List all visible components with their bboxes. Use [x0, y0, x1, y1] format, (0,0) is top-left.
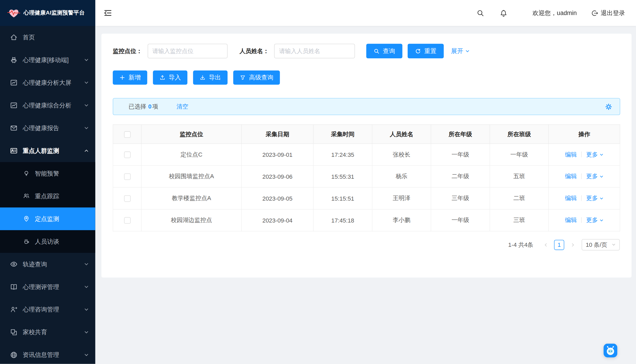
select-all-cell — [113, 125, 141, 144]
globe-icon — [10, 351, 18, 359]
toolbar: 新增 导入 导出 高级查询 — [113, 70, 620, 85]
sidebar-item-trajectory-query[interactable]: 轨迹查询 — [0, 253, 95, 276]
top-header: 欢迎您，uadmin 退出登录 — [95, 0, 636, 26]
row-checkbox[interactable] — [124, 195, 131, 202]
chatbot-button[interactable] — [603, 344, 617, 357]
edit-link[interactable]: 编辑 — [565, 173, 577, 179]
sidebar-item-label: 资讯信息管理 — [23, 351, 81, 359]
sidebar-item-label: 家校共育 — [23, 328, 81, 336]
sidebar-item-news-management[interactable]: 资讯信息管理 — [0, 344, 95, 364]
sidebar-item-counseling-management[interactable]: 心理咨询管理 — [0, 298, 95, 321]
edit-link[interactable]: 编辑 — [565, 217, 577, 223]
expand-link[interactable]: 展开 — [451, 47, 470, 55]
person-name-input[interactable] — [274, 44, 355, 58]
divider — [581, 173, 582, 179]
collect-date-cell: 2023-09-04 — [242, 209, 313, 231]
chevron-down-icon — [84, 262, 89, 267]
search-icon[interactable] — [476, 9, 484, 17]
monitor-point-label: 监控点位： — [113, 47, 142, 55]
page-size-select[interactable]: 10 条/页 — [582, 239, 620, 250]
sidebar-item-personnel-interview[interactable]: 人员访谈 — [0, 230, 95, 253]
home-icon — [10, 33, 18, 41]
chevron-down-icon — [84, 285, 89, 289]
refresh-icon — [415, 48, 421, 54]
monitor-point-input[interactable] — [147, 44, 227, 58]
gear-icon[interactable] — [605, 103, 612, 110]
chevron-down-icon — [84, 330, 89, 335]
person-name-cell: 李小鹏 — [372, 209, 431, 231]
clear-selection-link[interactable]: 清空 — [177, 103, 188, 110]
menu-fold-icon[interactable] — [103, 8, 112, 17]
logout-button[interactable]: 退出登录 — [591, 9, 625, 17]
sidebar-item-label: 轨迹查询 — [23, 260, 81, 268]
row-checkbox[interactable] — [124, 152, 131, 158]
table-row: 校园湖边监控点 2023-09-04 17:45:18 李小鹏 一年级 三班 编… — [113, 209, 620, 231]
chevron-down-icon — [600, 174, 603, 178]
page-number-button[interactable]: 1 — [554, 240, 564, 250]
column-header: 人员姓名 — [372, 125, 431, 144]
column-header: 所在班级 — [490, 125, 549, 144]
divider — [581, 217, 582, 223]
sidebar-item-home-school[interactable]: 家校共育 — [0, 321, 95, 344]
selected-count: 0 — [148, 103, 151, 110]
header-actions: 欢迎您，uadmin 退出登录 — [476, 9, 625, 17]
more-link[interactable]: 更多 — [586, 195, 603, 202]
export-button[interactable]: 导出 — [193, 70, 228, 85]
search-button[interactable]: 查询 — [366, 44, 402, 58]
add-button[interactable]: 新增 — [113, 70, 147, 85]
overlapping-squares-icon — [10, 328, 18, 336]
mail-icon — [10, 124, 18, 132]
import-button[interactable]: 导入 — [153, 70, 187, 85]
table-header-row: 监控点位 采集日期 采集时间 人员姓名 所在年级 所在班级 操作 — [113, 125, 620, 144]
sidebar-item-mobile[interactable]: 心理健康[移动端] — [0, 49, 95, 71]
sidebar-item-fixed-point-monitoring[interactable]: 定点监测 — [0, 207, 95, 230]
grade-cell: 三年级 — [431, 187, 490, 209]
collect-time-cell: 17:24:35 — [313, 144, 372, 166]
line-chart-icon — [10, 79, 18, 87]
chevron-down-icon — [612, 243, 616, 247]
logout-label: 退出登录 — [601, 9, 625, 17]
row-checkbox[interactable] — [124, 173, 131, 180]
sidebar-item-assessment-management[interactable]: 心理测评管理 — [0, 276, 95, 298]
filter-row: 监控点位： 人员姓名： 查询 重置 — [113, 44, 620, 58]
table-row: 校园围墙监控点A 2023-09-06 15:55:31 杨乐 二年级 五班 编… — [113, 166, 620, 187]
sidebar-item-comprehensive-analysis[interactable]: 心理健康综合分析 — [0, 94, 95, 117]
more-link[interactable]: 更多 — [586, 173, 603, 180]
sidebar-item-key-tracking[interactable]: 重点跟踪 — [0, 185, 95, 207]
app-title: 心理健康AI监测预警平台 — [24, 9, 85, 17]
edit-link[interactable]: 编辑 — [565, 151, 577, 158]
sidebar-menu: 首页 心理健康[移动端] 心理健康分析大屏 心理健康综合分析 心理健康报告 — [0, 26, 95, 364]
chevron-down-icon — [600, 218, 603, 222]
search-icon — [374, 48, 380, 54]
more-link[interactable]: 更多 — [586, 216, 603, 224]
advanced-search-button[interactable]: 高级查询 — [233, 70, 280, 85]
actions-cell: 编辑更多 — [549, 209, 620, 231]
next-page-button[interactable] — [568, 240, 578, 250]
sidebar-item-label: 心理测评管理 — [23, 283, 81, 291]
chevron-down-icon — [84, 58, 89, 62]
chevron-down-icon — [465, 49, 470, 53]
sidebar-item-smart-warning[interactable]: 智能预警 — [0, 162, 95, 185]
edit-link[interactable]: 编辑 — [565, 195, 577, 201]
collect-date-cell: 2023-09-05 — [242, 187, 313, 209]
logout-icon — [591, 10, 598, 16]
table-row: 定位点C 2023-09-01 17:24:35 张校长 一年级 一年级 编辑更… — [113, 144, 620, 166]
chevron-up-icon — [84, 148, 89, 153]
more-link[interactable]: 更多 — [586, 151, 603, 158]
actions-cell: 编辑更多 — [549, 144, 620, 166]
select-all-checkbox[interactable] — [124, 131, 131, 138]
prev-page-button[interactable] — [541, 240, 550, 250]
sidebar-item-analysis-screen[interactable]: 心理健康分析大屏 — [0, 71, 95, 94]
reset-button[interactable]: 重置 — [408, 44, 444, 58]
coffee-cup-icon — [23, 238, 30, 245]
sidebar-item-key-population[interactable]: 重点人群监测 — [0, 139, 95, 162]
column-header: 操作 — [549, 125, 620, 144]
grade-cell: 二年级 — [431, 166, 490, 187]
sidebar-item-report[interactable]: 心理健康报告 — [0, 117, 95, 139]
row-checkbox[interactable] — [124, 217, 131, 224]
actions-cell: 编辑更多 — [549, 187, 620, 209]
sidebar-item-home[interactable]: 首页 — [0, 26, 95, 49]
app-window: 心理健康AI监测预警平台 首页 心理健康[移动端] 心理健康分析大屏 心理健康综… — [0, 0, 636, 364]
bell-icon[interactable] — [500, 9, 507, 17]
page-content: 监控点位： 人员姓名： 查询 重置 — [95, 26, 636, 364]
